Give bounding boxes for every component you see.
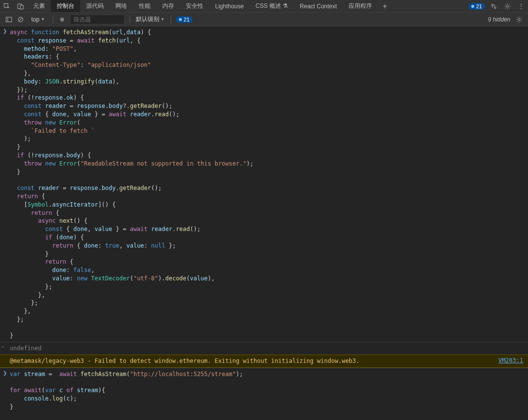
svg-rect-2: [21, 5, 23, 9]
console-input-entry[interactable]: var stream = await fetchAsStream("http:/…: [0, 368, 528, 413]
tab-控制台[interactable]: 控制台: [51, 0, 80, 12]
tab-Lighthouse[interactable]: Lighthouse: [209, 0, 250, 12]
tab-网络[interactable]: 网络: [110, 0, 133, 12]
toolbar-divider: [171, 16, 171, 23]
devtools-main-tabs: 元素控制台源代码网络性能内存安全性LighthouseCSS 概述 ⚗React…: [0, 0, 528, 13]
toggle-sidebar-icon[interactable]: [3, 14, 15, 25]
issues-badge[interactable]: 21: [468, 3, 485, 10]
console-settings-icon[interactable]: [513, 14, 525, 25]
tab-应用程序[interactable]: 应用程序: [343, 0, 378, 12]
network-conditions-icon[interactable]: [487, 3, 501, 10]
svg-rect-6: [6, 17, 11, 22]
console-warning-entry: @metamask/legacy-web3 - Failed to detect…: [0, 355, 528, 368]
toolbar-divider: [130, 16, 130, 23]
kebab-menu-icon[interactable]: ⋮: [514, 2, 528, 10]
tab-CSS 概述 ⚗[interactable]: CSS 概述 ⚗: [250, 0, 294, 12]
toolbar-info-badge[interactable]: 21: [176, 16, 193, 23]
svg-point-3: [492, 4, 494, 6]
hidden-count-label[interactable]: 9 hidden: [488, 16, 510, 23]
svg-point-12: [518, 19, 520, 21]
svg-point-11: [62, 19, 63, 20]
tab-内存[interactable]: 内存: [156, 0, 180, 12]
live-expression-icon[interactable]: [56, 14, 68, 25]
svg-rect-0: [4, 3, 8, 7]
execution-context-selector[interactable]: top▼: [28, 15, 48, 24]
console-input-entry[interactable]: async function fetchAsStream(url,data) {…: [0, 26, 528, 342]
tab-源代码[interactable]: 源代码: [80, 0, 110, 12]
more-tabs-button[interactable]: +: [378, 0, 392, 12]
device-toggle-icon[interactable]: [14, 0, 27, 12]
tab-性能[interactable]: 性能: [133, 0, 156, 12]
source-link[interactable]: VM203:1: [498, 357, 523, 364]
svg-line-9: [19, 18, 22, 21]
svg-point-4: [494, 6, 496, 8]
tab-React Context[interactable]: React Context: [294, 0, 343, 12]
settings-icon[interactable]: [501, 3, 514, 10]
clear-console-icon[interactable]: [15, 14, 26, 25]
svg-point-5: [506, 5, 508, 7]
tab-元素[interactable]: 元素: [27, 0, 51, 12]
console-return-value: undefined: [0, 342, 528, 355]
tab-安全性[interactable]: 安全性: [180, 0, 209, 12]
toolbar-divider: [53, 16, 53, 23]
console-toolbar: top▼ 默认级别▼ 21 9 hidden: [0, 13, 528, 26]
console-filter-input[interactable]: [70, 15, 125, 24]
inspect-element-icon[interactable]: [0, 0, 14, 12]
console-output: async function fetchAsStream(url,data) {…: [0, 26, 528, 420]
log-level-selector[interactable]: 默认级别▼: [133, 15, 168, 23]
